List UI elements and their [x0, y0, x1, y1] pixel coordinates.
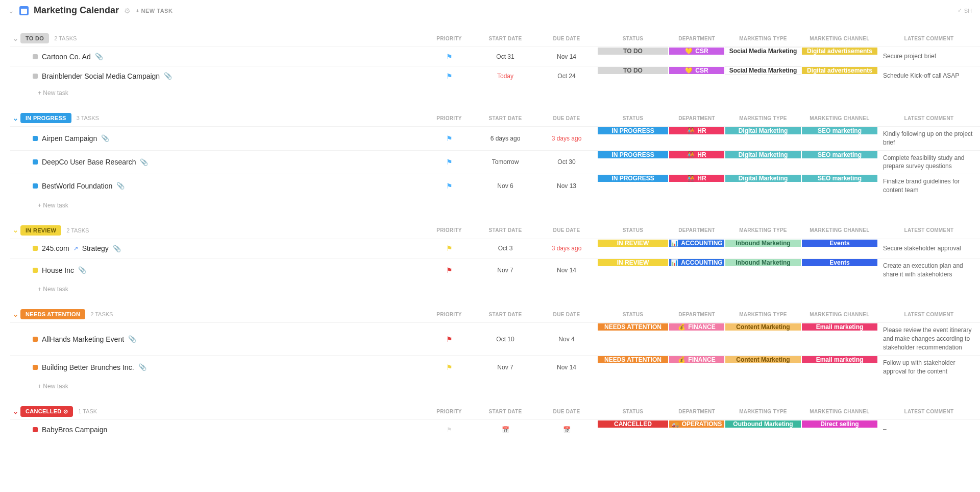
type-badge[interactable]: Digital Marketing: [725, 127, 801, 135]
collapse-all-icon[interactable]: ⌄: [8, 7, 14, 15]
task-name-cell[interactable]: House Inc 📎: [33, 259, 424, 282]
group-status-pill[interactable]: IN PROGRESS: [20, 113, 71, 123]
type-badge[interactable]: Social Media Marketing: [725, 66, 801, 75]
task-name-cell[interactable]: AllHands Marketing Event 📎: [33, 323, 424, 355]
channel-badge[interactable]: SEO marketing: [801, 174, 878, 182]
department-badge[interactable]: 📊ACCOUNTING: [669, 259, 725, 267]
col-department[interactable]: DEPARTMENT: [669, 409, 725, 414]
channel-badge[interactable]: Email marketing: [801, 356, 878, 364]
channel-badge[interactable]: Events: [801, 239, 878, 247]
start-date[interactable]: Oct 31: [496, 53, 514, 60]
comment-cell[interactable]: Please review the event itinerary and ma…: [878, 323, 980, 355]
col-priority[interactable]: PRIORITY: [424, 115, 475, 121]
start-date[interactable]: 6 days ago: [491, 135, 521, 142]
comment-cell[interactable]: Secure stakeholder approval: [878, 239, 980, 258]
task-name-cell[interactable]: Airpen Campaign 📎: [33, 127, 424, 150]
type-badge[interactable]: Inbound Marketing: [725, 259, 801, 267]
col-channel[interactable]: MARKETING CHANNEL: [801, 409, 878, 414]
col-channel[interactable]: MARKETING CHANNEL: [801, 36, 878, 41]
due-date[interactable]: Nov 14: [557, 267, 576, 274]
due-date[interactable]: Nov 4: [558, 336, 574, 343]
group-collapse-icon[interactable]: ⌄: [10, 35, 20, 42]
task-name-cell[interactable]: BabyBros Campaign: [33, 420, 424, 439]
type-badge[interactable]: Digital Marketing: [725, 151, 801, 159]
status-badge[interactable]: NEEDS ATTENTION: [597, 323, 669, 331]
task-row[interactable]: DeepCo User Base Research 📎 ⚑ Tomorrow O…: [10, 150, 980, 174]
new-task-inline[interactable]: + New task: [10, 85, 980, 101]
col-due[interactable]: DUE DATE: [536, 409, 597, 414]
status-badge[interactable]: CANCELLED: [597, 420, 669, 428]
flag-icon[interactable]: ⚑: [446, 72, 453, 80]
task-name-cell[interactable]: DeepCo User Base Research 📎: [33, 151, 424, 174]
status-badge[interactable]: NEEDS ATTENTION: [597, 356, 669, 364]
flag-icon[interactable]: ⚑: [446, 335, 453, 343]
status-badge[interactable]: IN PROGRESS: [597, 174, 669, 182]
attachment-icon[interactable]: 📎: [138, 363, 146, 371]
group-status-pill[interactable]: TO DO: [20, 33, 49, 43]
col-channel[interactable]: MARKETING CHANNEL: [801, 227, 878, 233]
attachment-icon[interactable]: 📎: [164, 72, 172, 80]
task-name-cell[interactable]: Cartoon Co. Ad 📎: [33, 47, 424, 66]
channel-badge[interactable]: Email marketing: [801, 323, 878, 331]
department-badge[interactable]: 💰FINANCE: [669, 323, 725, 331]
task-name-cell[interactable]: 245.com ↗ Strategy 📎: [33, 239, 424, 258]
type-badge[interactable]: Content Marketing: [725, 323, 801, 331]
calendar-empty-icon[interactable]: 📅: [563, 426, 571, 433]
attachment-icon[interactable]: 📎: [78, 266, 86, 274]
task-name-cell[interactable]: Building Better Brunches Inc. 📎: [33, 356, 424, 379]
settings-icon[interactable]: ⚙: [124, 7, 131, 15]
group-collapse-icon[interactable]: ⌄: [10, 114, 20, 122]
col-department[interactable]: DEPARTMENT: [669, 115, 725, 121]
col-start[interactable]: START DATE: [475, 115, 536, 121]
department-badge[interactable]: 🧑‍🤝‍🧑HR: [669, 151, 725, 159]
task-row[interactable]: Airpen Campaign 📎 ⚑ 6 days ago 3 days ag…: [10, 126, 980, 150]
channel-badge[interactable]: Digital advertisements: [801, 47, 878, 55]
col-due[interactable]: DUE DATE: [536, 227, 597, 233]
group-status-pill[interactable]: IN REVIEW: [20, 225, 61, 236]
col-due[interactable]: DUE DATE: [536, 36, 597, 41]
type-badge[interactable]: Digital Marketing: [725, 174, 801, 182]
col-status[interactable]: STATUS: [597, 115, 669, 121]
group-status-pill[interactable]: NEEDS ATTENTION: [20, 309, 85, 319]
status-badge[interactable]: TO DO: [597, 66, 669, 75]
new-task-button[interactable]: + NEW TASK: [136, 8, 173, 14]
new-task-inline[interactable]: + New task: [10, 379, 980, 394]
flag-icon[interactable]: ⚑: [446, 363, 453, 371]
col-type[interactable]: MARKETING TYPE: [725, 409, 801, 414]
col-channel[interactable]: MARKETING CHANNEL: [801, 115, 878, 121]
col-type[interactable]: MARKETING TYPE: [725, 36, 801, 41]
attachment-icon[interactable]: 📎: [140, 158, 148, 166]
status-badge[interactable]: IN REVIEW: [597, 259, 669, 267]
external-link-icon[interactable]: ↗: [74, 245, 78, 252]
col-channel[interactable]: MARKETING CHANNEL: [801, 312, 878, 317]
col-comment[interactable]: LATEST COMMENT: [878, 115, 980, 121]
attachment-icon[interactable]: 📎: [116, 182, 125, 190]
status-badge[interactable]: TO DO: [597, 47, 669, 55]
col-department[interactable]: DEPARTMENT: [669, 36, 725, 41]
col-due[interactable]: DUE DATE: [536, 115, 597, 121]
task-row[interactable]: BabyBros Campaign ⚑ 📅 📅 CANCELLED 🚚OPERA…: [10, 419, 980, 439]
department-badge[interactable]: 💰FINANCE: [669, 356, 725, 364]
channel-badge[interactable]: Events: [801, 259, 878, 267]
task-row[interactable]: 245.com ↗ Strategy 📎 ⚑ Oct 3 3 days ago …: [10, 239, 980, 258]
attachment-icon[interactable]: 📎: [101, 134, 109, 142]
department-badge[interactable]: 📊ACCOUNTING: [669, 239, 725, 247]
col-type[interactable]: MARKETING TYPE: [725, 227, 801, 233]
comment-cell[interactable]: Create an execution plan and share it wi…: [878, 259, 980, 282]
col-comment[interactable]: LATEST COMMENT: [878, 227, 980, 233]
comment-cell[interactable]: Finalize brand guidelines for content te…: [878, 174, 980, 198]
due-date[interactable]: Nov 14: [557, 53, 576, 60]
flag-icon[interactable]: ⚑: [446, 182, 453, 190]
comment-cell[interactable]: Follow up with stakeholder approval for …: [878, 356, 980, 379]
start-date[interactable]: Oct 3: [498, 245, 513, 252]
status-badge[interactable]: IN PROGRESS: [597, 151, 669, 159]
task-row[interactable]: Brainblender Social Media Campaign 📎 ⚑ T…: [10, 66, 980, 85]
type-badge[interactable]: Content Marketing: [725, 356, 801, 364]
col-start[interactable]: START DATE: [475, 312, 536, 317]
task-name-cell[interactable]: BestWorld Foundation 📎: [33, 174, 424, 198]
col-priority[interactable]: PRIORITY: [424, 36, 475, 41]
start-date[interactable]: Oct 10: [496, 336, 514, 343]
task-row[interactable]: House Inc 📎 ⚑ Nov 7 Nov 14 IN REVIEW 📊AC…: [10, 258, 980, 282]
flag-icon[interactable]: ⚑: [446, 158, 453, 166]
type-badge[interactable]: Inbound Marketing: [725, 239, 801, 247]
